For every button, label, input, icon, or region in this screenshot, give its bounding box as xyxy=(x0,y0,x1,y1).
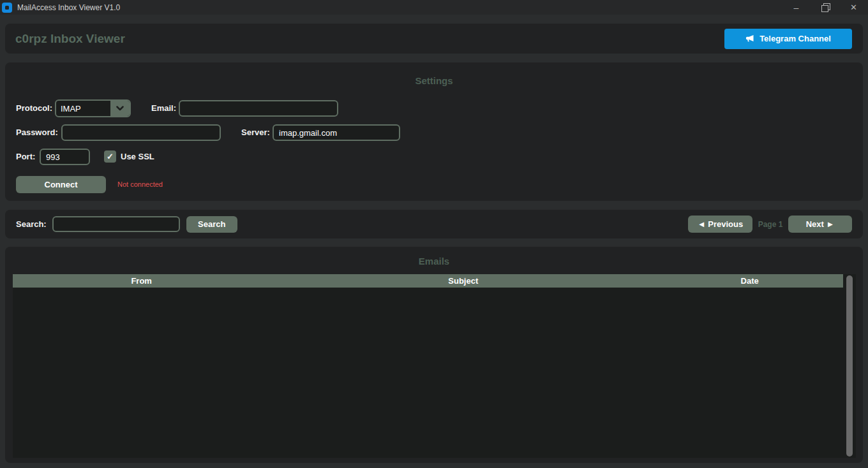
megaphone-icon xyxy=(745,34,755,43)
column-header-from[interactable]: From xyxy=(13,274,270,288)
connection-status: Not connected xyxy=(117,180,163,188)
use-ssl-checkbox[interactable]: ✓ xyxy=(104,150,116,163)
emails-table: From Subject Date xyxy=(13,274,856,458)
port-label: Port: xyxy=(16,152,35,161)
window-title: MailAccess Inbox Viewer V1.0 xyxy=(17,3,120,12)
password-field[interactable] xyxy=(61,124,221,141)
port-field[interactable] xyxy=(40,149,90,165)
minimize-icon: – xyxy=(794,5,799,10)
email-field[interactable] xyxy=(179,100,338,117)
protocol-selected-value: IMAP xyxy=(56,101,110,116)
password-label: Password: xyxy=(16,128,58,137)
previous-page-button[interactable]: ◄ Previous xyxy=(688,216,752,233)
minimize-button[interactable]: – xyxy=(782,0,811,15)
header-panel: c0rpz Inbox Viewer Telegram Channel xyxy=(5,24,863,54)
pagination: ◄ Previous Page 1 Next ► xyxy=(688,216,852,233)
emails-table-header: From Subject Date xyxy=(13,274,843,288)
emails-table-body xyxy=(13,288,843,458)
titlebar: MailAccess Inbox Viewer V1.0 – ✕ xyxy=(0,0,868,15)
emails-scrollbar-track xyxy=(844,274,856,458)
search-label: Search: xyxy=(16,219,47,229)
close-icon: ✕ xyxy=(850,3,857,12)
next-page-button[interactable]: Next ► xyxy=(788,216,852,233)
settings-heading: Settings xyxy=(5,75,863,86)
protocol-select[interactable]: IMAP xyxy=(55,99,131,117)
emails-panel: Emails From Subject Date xyxy=(5,247,863,463)
chevron-down-icon xyxy=(110,101,130,116)
page-number-label: Page 1 xyxy=(752,220,788,229)
app-icon-hole xyxy=(5,6,9,10)
settings-panel: Settings Protocol: IMAP Email: Password:… xyxy=(5,62,863,201)
telegram-channel-label: Telegram Channel xyxy=(760,34,831,43)
emails-scrollbar-thumb[interactable] xyxy=(846,275,853,457)
column-header-date[interactable]: Date xyxy=(656,274,843,288)
app-icon xyxy=(2,3,12,13)
window-controls: – ✕ xyxy=(782,0,868,15)
check-icon: ✓ xyxy=(107,152,114,161)
telegram-channel-button[interactable]: Telegram Channel xyxy=(724,29,852,49)
use-ssl-label: Use SSL xyxy=(121,152,154,161)
protocol-label: Protocol: xyxy=(16,103,52,113)
search-button[interactable]: Search xyxy=(186,216,237,233)
connect-button[interactable]: Connect xyxy=(16,176,106,193)
email-label: Email: xyxy=(151,103,176,113)
column-header-subject[interactable]: Subject xyxy=(270,274,656,288)
search-panel: Search: Search ◄ Previous Page 1 Next ► xyxy=(5,210,863,238)
server-label: Server: xyxy=(241,128,270,137)
search-input[interactable] xyxy=(52,216,180,232)
restore-button[interactable] xyxy=(811,0,839,15)
server-field[interactable] xyxy=(273,124,400,141)
close-button[interactable]: ✕ xyxy=(839,0,868,15)
page-title: c0rpz Inbox Viewer xyxy=(15,32,125,46)
emails-heading: Emails xyxy=(5,256,863,267)
restore-icon xyxy=(822,4,828,10)
